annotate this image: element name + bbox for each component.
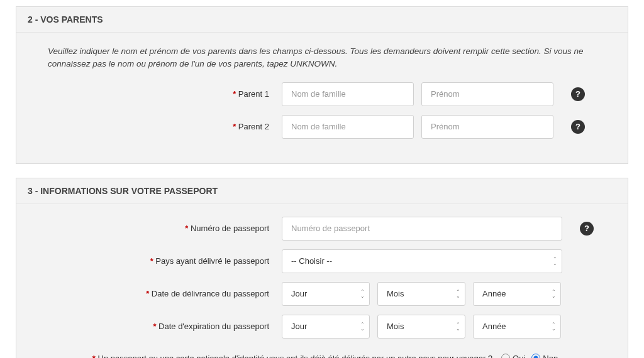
radio-yes-wrap[interactable]: Oui — [501, 354, 525, 359]
issue-date-row: * Date de délivrance du passeport Jour M… — [48, 282, 602, 306]
parent2-lastname-input[interactable] — [282, 115, 414, 139]
issuing-country-label-text: Pays ayant délivré le passeport — [155, 256, 269, 266]
help-icon[interactable]: ? — [571, 87, 585, 101]
issuing-country-select[interactable]: -- Choisir -- — [282, 249, 562, 273]
parent1-row: * Parent 1 ? — [48, 82, 602, 106]
required-asterisk: * — [150, 256, 153, 266]
parent1-firstname-input[interactable] — [421, 82, 553, 106]
other-country-radio-group: Oui Non — [501, 354, 558, 359]
parent1-label-text: Parent 1 — [238, 89, 269, 99]
radio-yes[interactable] — [501, 354, 510, 358]
issue-day-select[interactable]: Jour — [282, 282, 370, 306]
other-country-question: * Un passeport ou une carte nationale d'… — [92, 354, 492, 359]
required-asterisk: * — [233, 89, 236, 99]
passport-number-row: * Numéro de passeport ? — [48, 217, 602, 241]
issue-date-label-text: Date de délivrance du passeport — [152, 289, 269, 298]
issuing-country-label: * Pays ayant délivré le passeport — [48, 256, 274, 266]
expiry-date-label: * Date d'expiration du passeport — [48, 322, 274, 331]
parent1-label: * Parent 1 — [48, 89, 274, 99]
other-country-question-row: * Un passeport ou une carte nationale d'… — [48, 354, 602, 359]
parents-intro-text: Veuillez indiquer le nom et prénom de vo… — [48, 45, 602, 71]
expiry-date-label-text: Date d'expiration du passeport — [158, 322, 269, 331]
help-icon[interactable]: ? — [571, 120, 585, 134]
expiry-day-select[interactable]: Jour — [282, 315, 370, 339]
passport-number-label-text: Numéro de passeport — [191, 224, 269, 233]
expiry-month-select[interactable]: Mois — [377, 315, 465, 339]
section-parents-title: 2 - VOS PARENTS — [16, 7, 628, 33]
expiry-year-select[interactable]: Année — [473, 315, 561, 339]
section-passport-title: 3 - INFORMATIONS SUR VOTRE PASSEPORT — [16, 178, 628, 204]
required-asterisk: * — [233, 122, 236, 131]
issuing-country-row: * Pays ayant délivré le passeport -- Cho… — [48, 249, 602, 273]
help-icon[interactable]: ? — [580, 222, 594, 236]
section-passport-body: * Numéro de passeport ? * Pays ayant dél… — [16, 204, 628, 359]
passport-number-label: * Numéro de passeport — [48, 224, 274, 233]
parent2-label: * Parent 2 — [48, 122, 274, 131]
radio-no[interactable] — [531, 354, 540, 358]
required-asterisk: * — [153, 322, 156, 331]
other-country-question-text: Un passeport ou une carte nationale d'id… — [98, 354, 493, 359]
passport-number-input[interactable] — [282, 217, 562, 241]
radio-no-label: Non — [543, 354, 558, 359]
required-asterisk: * — [146, 289, 149, 298]
issue-date-label: * Date de délivrance du passeport — [48, 289, 274, 298]
radio-yes-label: Oui — [513, 354, 525, 359]
section-parents-body: Veuillez indiquer le nom et prénom de vo… — [16, 33, 628, 163]
parent2-label-text: Parent 2 — [238, 122, 269, 131]
parent2-firstname-input[interactable] — [421, 115, 553, 139]
expiry-date-row: * Date d'expiration du passeport Jour Mo… — [48, 315, 602, 339]
required-asterisk: * — [185, 224, 188, 233]
section-parents: 2 - VOS PARENTS Veuillez indiquer le nom… — [16, 6, 628, 164]
required-asterisk: * — [92, 354, 96, 359]
section-passport: 3 - INFORMATIONS SUR VOTRE PASSEPORT * N… — [16, 178, 628, 359]
parent1-lastname-input[interactable] — [282, 82, 414, 106]
issue-month-select[interactable]: Mois — [377, 282, 465, 306]
parent2-row: * Parent 2 ? — [48, 115, 602, 139]
radio-no-wrap[interactable]: Non — [531, 354, 558, 359]
issue-year-select[interactable]: Année — [473, 282, 561, 306]
